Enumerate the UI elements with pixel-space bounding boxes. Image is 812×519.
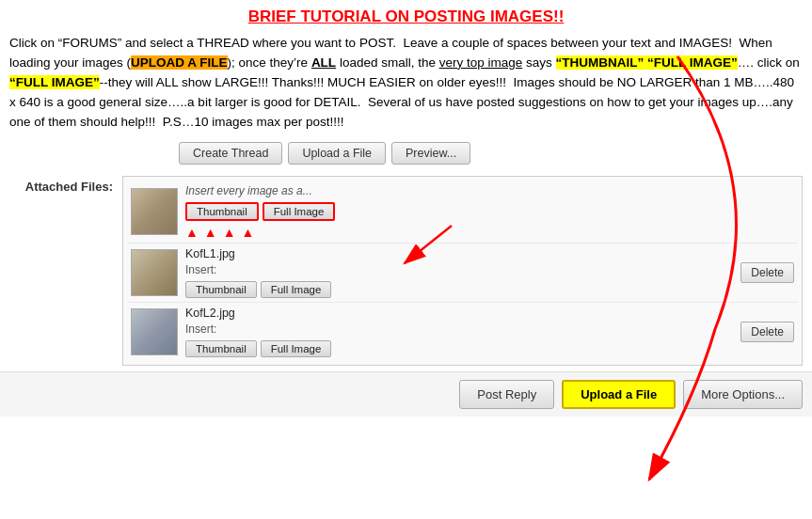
footer-bar: Post Reply Upload a File More Options...: [0, 371, 812, 417]
delete-btn-2[interactable]: Delete: [740, 262, 794, 283]
up-arrow-4: ▲: [242, 226, 255, 239]
full-image-btn-1[interactable]: Full Image: [263, 202, 336, 221]
insert-buttons-3: Thumbnail Full Image: [185, 340, 733, 357]
insert-buttons-2: Thumbnail Full Image: [185, 281, 733, 298]
files-list: Insert every image as a... Thumbnail Ful…: [122, 176, 803, 366]
up-arrow-3: ▲: [223, 226, 236, 239]
description-text: Click on “FORUMS” and select a THREAD wh…: [9, 34, 803, 133]
all-underline: ALL: [311, 55, 336, 70]
create-thread-button[interactable]: Create Thread: [179, 142, 282, 165]
attached-section: Attached Files: Insert every image as a.…: [9, 176, 803, 366]
full-image-highlight: “FULL IMAGE”: [9, 75, 100, 89]
file-info-2: KofL1.jpg Insert: Thumbnail Full Image: [185, 247, 733, 298]
file-info-1: Insert every image as a... Thumbnail Ful…: [185, 184, 794, 239]
insert-label-3: Insert:: [185, 322, 733, 336]
thumbnail-full-highlight: “THUMBNAIL” “FULL IMAGE”: [556, 55, 738, 70]
up-arrow-1: ▲: [185, 226, 199, 239]
file-thumb-3: [131, 308, 178, 355]
upload-file-button[interactable]: Upload a File: [288, 142, 386, 165]
upload-file-footer-button[interactable]: Upload a File: [562, 380, 676, 409]
very-top-underline: very top image: [439, 55, 523, 70]
file-thumb-1: [131, 188, 178, 235]
file-name-3: KofL2.jpg: [185, 307, 733, 320]
up-arrows: ▲ ▲ ▲ ▲: [185, 226, 794, 239]
preview-button[interactable]: Preview...: [391, 142, 470, 165]
file-item-2: KofL1.jpg Insert: Thumbnail Full Image D…: [127, 244, 798, 303]
file-item-3: KofL2.jpg Insert: Thumbnail Full Image D…: [127, 303, 798, 361]
up-arrow-2: ▲: [204, 226, 217, 239]
file-info-3: KofL2.jpg Insert: Thumbnail Full Image: [185, 307, 733, 357]
insert-buttons-1: Thumbnail Full Image: [185, 202, 794, 221]
file-name-1: Insert every image as a...: [185, 184, 794, 197]
file-thumb-2: [131, 249, 178, 296]
file-item-1: Insert every image as a... Thumbnail Ful…: [127, 181, 798, 244]
page-title: BRIEF TUTORIAL ON POSTING IMAGES!!: [9, 8, 803, 26]
insert-label-2: Insert:: [185, 263, 733, 276]
delete-btn-3[interactable]: Delete: [740, 322, 794, 342]
attached-label: Attached Files:: [9, 176, 122, 194]
post-reply-button[interactable]: Post Reply: [459, 380, 554, 409]
upload-inline-highlight: UPLOAD A FILE: [131, 55, 228, 70]
full-image-btn-3[interactable]: Full Image: [261, 340, 332, 357]
thumbnail-btn-2[interactable]: Thumbnail: [185, 281, 257, 298]
thumbnail-btn-3[interactable]: Thumbnail: [185, 340, 257, 357]
main-container: BRIEF TUTORIAL ON POSTING IMAGES!! Click…: [0, 0, 812, 366]
toolbar: Create Thread Upload a File Preview...: [9, 142, 803, 165]
thumbnail-btn-1[interactable]: Thumbnail: [185, 202, 259, 221]
full-image-btn-2[interactable]: Full Image: [261, 281, 332, 298]
more-options-button[interactable]: More Options...: [683, 380, 803, 409]
file-name-2: KofL1.jpg: [185, 247, 733, 260]
